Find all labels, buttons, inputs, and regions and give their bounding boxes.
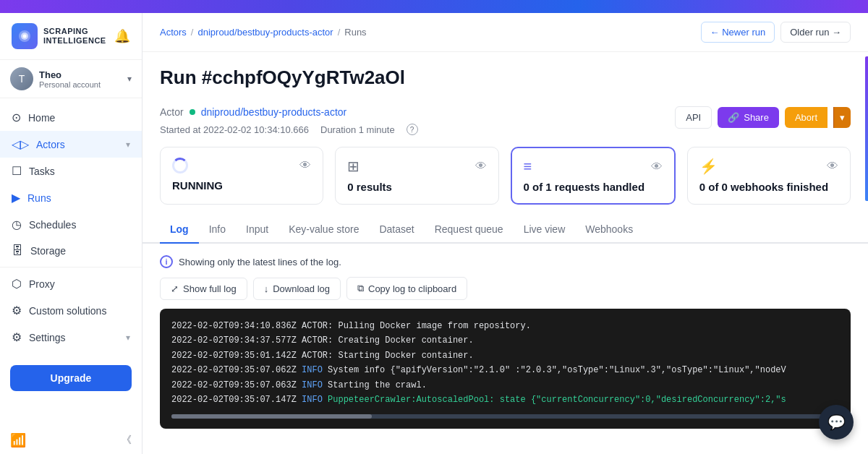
sidebar-item-label: Settings <box>29 332 66 343</box>
card-label-requests: 0 of 1 requests handled <box>524 181 663 193</box>
meta-line: Started at 2022-02-02 10:34:10.666 Durat… <box>160 124 675 135</box>
actor-link[interactable]: dniproud/bestbuy-products-actor <box>201 106 347 118</box>
chevron-down-icon: ▾ <box>126 333 130 343</box>
duration: Duration 1 minute <box>320 124 395 135</box>
log-timestamp: 2022-02-02T09:35:07.147Z <box>171 395 302 405</box>
wifi-icon: 📶 <box>10 432 26 448</box>
top-banner <box>0 0 868 13</box>
tab-live-view[interactable]: Live view <box>514 216 576 244</box>
abort-button[interactable]: Abort <box>785 107 827 128</box>
actors-icon: ◁▷ <box>12 137 29 151</box>
log-level-actor: ACTOR: <box>302 321 338 331</box>
svg-point-2 <box>23 35 27 38</box>
log-msg-green: PuppeteerCrawler:AutoscaledPool: state {… <box>328 395 786 405</box>
sidebar-item-label: Proxy <box>29 278 55 290</box>
log-line: 2022-02-02T09:35:07.063Z INFO Starting t… <box>171 378 839 393</box>
page-header: Run #cchpfOQyYgRTw2aOl <box>142 52 868 106</box>
user-role: Personal account <box>39 80 122 89</box>
sidebar-item-proxy[interactable]: ⬡ Proxy <box>0 270 142 297</box>
sidebar-item-tasks[interactable]: ☐ Tasks <box>0 158 142 184</box>
eye-icon[interactable]: 👁 <box>651 160 663 174</box>
log-line: 2022-02-02T09:34:37.577Z ACTOR: Creating… <box>171 333 839 348</box>
main-content: Actors / dniproud/bestbuy-products-actor… <box>142 13 868 454</box>
abort-caret-button[interactable]: ▾ <box>833 107 851 128</box>
sidebar-item-custom-solutions[interactable]: ⚙ Custom solutions <box>0 297 142 324</box>
breadcrumb-actor-name[interactable]: dniproud/bestbuy-products-actor <box>197 27 333 38</box>
sidebar-item-actors[interactable]: ◁▷ Actors ▾ <box>0 131 142 158</box>
copy-log-button[interactable]: ⧉ Copy log to clipboard <box>346 277 467 300</box>
log-timestamp: 2022-02-02T09:35:07.063Z <box>171 380 302 390</box>
sidebar-item-storage[interactable]: 🗄 Storage <box>0 238 142 264</box>
collapse-sidebar-icon[interactable]: 《 <box>122 434 132 447</box>
home-icon: ⊙ <box>12 111 21 124</box>
tab-dataset[interactable]: Dataset <box>369 216 424 244</box>
breadcrumb-separator: / <box>338 27 341 38</box>
log-info-text: Showing only the latest lines of the log… <box>179 257 341 267</box>
proxy-icon: ⬡ <box>12 277 22 291</box>
tab-webhooks[interactable]: Webhooks <box>575 216 643 244</box>
log-line: 2022-02-02T09:35:07.147Z INFO PuppeteerC… <box>171 393 839 407</box>
older-run-button[interactable]: Older run → <box>780 22 851 43</box>
expand-icon: ⤢ <box>171 283 179 294</box>
user-info: Theo Personal account <box>39 69 122 89</box>
chevron-down-icon: ▾ <box>127 74 132 84</box>
breadcrumb-separator: / <box>191 27 194 38</box>
eye-icon[interactable]: 👁 <box>299 159 311 172</box>
action-buttons: API 🔗 Share Abort ▾ <box>675 106 851 129</box>
user-name: Theo <box>39 69 122 80</box>
tasks-icon: ☐ <box>12 164 22 178</box>
log-msg: Starting Docker container. <box>338 351 473 361</box>
side-accent <box>865 56 868 201</box>
log-scrollbar[interactable] <box>171 414 839 419</box>
sidebar-item-runs[interactable]: ▶ Runs <box>0 184 142 211</box>
log-line: 2022-02-02T09:35:01.142Z ACTOR: Starting… <box>171 348 839 363</box>
download-icon: ↓ <box>264 283 269 294</box>
nav-buttons: ← Newer run Older run → <box>701 22 851 43</box>
runs-icon: ▶ <box>12 191 20 205</box>
eye-icon[interactable]: 👁 <box>475 160 487 173</box>
log-timestamp: 2022-02-02T09:35:01.142Z <box>171 351 302 361</box>
tab-input[interactable]: Input <box>236 216 278 244</box>
api-button[interactable]: API <box>675 106 712 129</box>
log-info-banner: i Showing only the latest lines of the l… <box>160 255 851 268</box>
sidebar-item-label: Actors <box>36 139 65 150</box>
sidebar-item-settings[interactable]: ⚙ Settings ▾ <box>0 324 142 351</box>
tab-log[interactable]: Log <box>160 216 199 244</box>
footer-section: 📶 《 <box>0 427 142 454</box>
download-log-button[interactable]: ↓ Download log <box>253 278 341 300</box>
settings-icon: ⚙ <box>12 330 22 344</box>
sidebar-item-label: Custom solutions <box>29 305 106 317</box>
help-icon[interactable]: ? <box>407 124 418 135</box>
newer-run-button[interactable]: ← Newer run <box>701 22 775 43</box>
sidebar-item-home[interactable]: ⊙ Home <box>0 104 142 131</box>
sidebar: SCRAPING INTELLIGENCE 🔔 T Theo Personal … <box>0 13 142 454</box>
tab-key-value-store[interactable]: Key-value store <box>278 216 369 244</box>
log-level-info: INFO <box>302 380 328 390</box>
share-button[interactable]: 🔗 Share <box>718 107 779 128</box>
logo-icon <box>12 23 38 49</box>
card-label-webhooks: 0 of 0 webhooks finished <box>699 181 838 193</box>
chat-fab-button[interactable]: 💬 <box>819 405 854 440</box>
tab-info[interactable]: Info <box>199 216 236 244</box>
nav-divider <box>0 267 142 267</box>
breadcrumb-actors[interactable]: Actors <box>160 27 187 38</box>
user-section[interactable]: T Theo Personal account ▾ <box>0 60 142 98</box>
notification-bell-icon[interactable]: 🔔 <box>114 28 130 44</box>
upgrade-button[interactable]: Upgrade <box>10 365 132 391</box>
status-card-requests: ≡ 👁 0 of 1 requests handled <box>511 147 676 205</box>
actor-label: Actor <box>160 106 184 118</box>
header-row: Actor dniproud/bestbuy-products-actor St… <box>142 106 868 147</box>
tab-request-queue[interactable]: Request queue <box>425 216 514 244</box>
log-timestamp: 2022-02-02T09:34:10.836Z <box>171 321 302 331</box>
actor-status-dot <box>190 109 195 115</box>
sidebar-nav: ⊙ Home ◁▷ Actors ▾ ☐ Tasks ▶ <box>0 98 142 356</box>
log-timestamp: 2022-02-02T09:35:07.062Z <box>171 365 302 375</box>
show-full-log-button[interactable]: ⤢ Show full log <box>160 278 247 300</box>
eye-icon[interactable]: 👁 <box>827 160 838 173</box>
sidebar-item-schedules[interactable]: ◷ Schedules <box>0 211 142 238</box>
log-level-info: INFO <box>302 365 328 375</box>
status-card-results: ⊞ 👁 0 results <box>335 147 498 205</box>
actor-line: Actor dniproud/bestbuy-products-actor <box>160 106 675 118</box>
chevron-down-icon: ▾ <box>126 140 130 150</box>
sidebar-logo: SCRAPING INTELLIGENCE 🔔 <box>0 13 142 60</box>
